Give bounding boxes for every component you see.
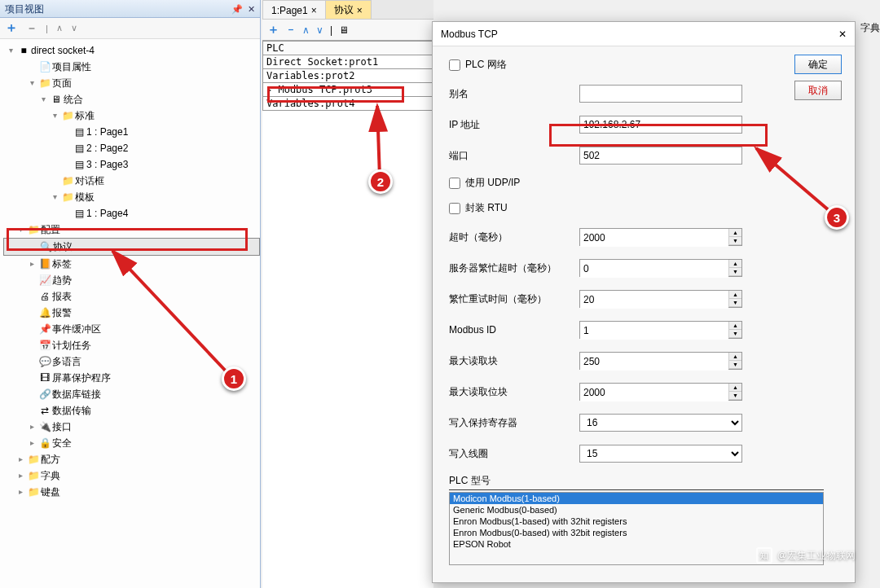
tree-item[interactable]: ▾📁配置 bbox=[3, 222, 260, 238]
tree-item[interactable]: ▸📙标签 bbox=[3, 256, 260, 272]
tree-icon: 🔒 bbox=[37, 435, 52, 451]
tree-label: 统合 bbox=[64, 91, 258, 108]
tree-label: 页面 bbox=[52, 75, 258, 91]
maxreadbit-input[interactable]: ▲▼ bbox=[579, 383, 742, 401]
udp-checkbox[interactable] bbox=[449, 178, 460, 189]
pin-icon[interactable]: 📌 bbox=[231, 0, 243, 18]
retry-input[interactable]: ▲▼ bbox=[579, 290, 742, 308]
down-plc-icon[interactable]: ∨ bbox=[316, 24, 323, 36]
timeout-input[interactable]: ▲▼ bbox=[579, 228, 742, 246]
close-tab-icon[interactable]: × bbox=[357, 5, 363, 16]
tree-item[interactable]: 📌事件缓冲区 bbox=[3, 321, 260, 337]
plcmodel-option[interactable]: Enron Modbus(0-based) with 32bit registe… bbox=[450, 527, 823, 538]
tree-item[interactable]: ▸📁字典 bbox=[3, 467, 260, 484]
tree-icon: ▤ bbox=[72, 124, 86, 140]
plc-row[interactable]: Variables:prot2 bbox=[263, 69, 433, 83]
expand-icon[interactable]: ▾ bbox=[49, 108, 60, 124]
expand-icon[interactable]: ▸ bbox=[15, 451, 26, 467]
plc-list[interactable]: Direct Socket:prot1Variables:prot2▸ Modb… bbox=[262, 55, 433, 111]
remove-plc-button[interactable]: － bbox=[286, 23, 296, 37]
config-plc-icon[interactable]: 🖥 bbox=[339, 24, 349, 36]
tree-item[interactable]: ⇄数据传输 bbox=[3, 402, 260, 419]
coil-select[interactable]: 15 bbox=[579, 445, 742, 463]
project-tree[interactable]: ▾■direct socket-4📄项目属性▾📁页面▾🖥统合▾📁标准▤1 : P… bbox=[0, 39, 260, 503]
panel-header: 项目视图 📌 ✕ bbox=[0, 0, 260, 18]
tree-item[interactable]: ▤3 : Page3 bbox=[3, 156, 260, 173]
port-input[interactable] bbox=[579, 147, 742, 165]
plcmodel-option[interactable]: Generic Modbus(0-based) bbox=[450, 504, 823, 516]
tree-item[interactable]: ▾🖥统合 bbox=[3, 91, 260, 108]
dialog-close-icon[interactable]: ✕ bbox=[838, 29, 847, 40]
tab-page1[interactable]: 1:Page1× bbox=[262, 0, 326, 19]
close-icon[interactable]: ✕ bbox=[248, 0, 255, 18]
up-plc-icon[interactable]: ∧ bbox=[302, 24, 310, 36]
up-icon[interactable]: ∧ bbox=[56, 23, 63, 33]
tree-item[interactable]: ▾📁模板 bbox=[3, 189, 260, 205]
tree-item[interactable]: ▾■direct socket-4 bbox=[3, 42, 260, 59]
tree-icon: 📁 bbox=[26, 222, 41, 238]
tree-item[interactable]: 💬多语言 bbox=[3, 353, 260, 370]
expand-icon[interactable]: ▸ bbox=[26, 256, 37, 272]
tree-item[interactable]: 🔍协议 bbox=[3, 238, 260, 256]
expand-icon[interactable]: ▾ bbox=[49, 189, 60, 205]
expand-icon[interactable]: ▾ bbox=[15, 222, 26, 238]
close-tab-icon[interactable]: × bbox=[311, 5, 317, 16]
dialog-title: Modbus TCP bbox=[441, 29, 498, 40]
expand-icon[interactable]: ▸ bbox=[26, 419, 37, 435]
tree-item[interactable]: 🔗数据库链接 bbox=[3, 386, 260, 402]
alias-input[interactable] bbox=[579, 85, 742, 103]
cancel-button[interactable]: 取消 bbox=[794, 81, 842, 100]
remove-button[interactable]: － bbox=[26, 21, 37, 36]
plcmodel-option[interactable]: Enron Modbus(1-based) with 32hit registe… bbox=[450, 516, 823, 527]
holdreg-select[interactable]: 16 bbox=[579, 414, 742, 432]
tree-label: 对话框 bbox=[75, 173, 258, 189]
watermark-text: @宏集工业物联网 bbox=[777, 549, 856, 563]
add-plc-button[interactable]: ＋ bbox=[267, 22, 279, 37]
tree-label: direct socket-4 bbox=[31, 42, 258, 59]
plc-row[interactable]: Variables:prot4 bbox=[263, 97, 433, 111]
expand-icon[interactable]: ▸ bbox=[26, 435, 37, 451]
timeout-label: 超时（毫秒） bbox=[449, 230, 579, 244]
add-button[interactable]: ＋ bbox=[5, 20, 18, 37]
expand-icon[interactable]: ▾ bbox=[37, 91, 49, 108]
tree-item[interactable]: ▸🔌接口 bbox=[3, 419, 260, 435]
plc-network-label: PLC 网络 bbox=[465, 58, 507, 72]
watermark: 知 @宏集工业物联网 bbox=[756, 547, 856, 564]
tree-item[interactable]: 🔔报警 bbox=[3, 305, 260, 321]
tree-label: 1 : Page4 bbox=[86, 205, 258, 222]
tree-icon: 🔍 bbox=[38, 239, 53, 255]
tree-icon: 📁 bbox=[26, 451, 41, 467]
ok-button[interactable]: 确定 bbox=[794, 55, 842, 74]
plc-row[interactable]: ▸ Modbus TCP:prot3 bbox=[263, 83, 433, 97]
tree-label: 报表 bbox=[52, 288, 258, 305]
tree-item[interactable]: ▾📁标准 bbox=[3, 108, 260, 124]
tree-item[interactable]: 📅计划任务 bbox=[3, 337, 260, 353]
expand-icon[interactable]: ▸ bbox=[15, 484, 26, 500]
tree-item[interactable]: ▾📁页面 bbox=[3, 75, 260, 91]
expand-icon[interactable]: ▸ bbox=[15, 467, 26, 484]
tree-item[interactable]: 🖨报表 bbox=[3, 288, 260, 305]
maxread-input[interactable]: ▲▼ bbox=[579, 352, 742, 370]
tree-item[interactable]: ▸📁配方 bbox=[3, 451, 260, 467]
tree-item[interactable]: ▸🔒安全 bbox=[3, 435, 260, 451]
down-icon[interactable]: ∨ bbox=[71, 23, 77, 33]
tree-item[interactable]: ▸📁键盘 bbox=[3, 484, 260, 500]
tree-item[interactable]: 📁对话框 bbox=[3, 173, 260, 189]
tree-item[interactable]: 📄项目属性 bbox=[3, 59, 260, 75]
ip-input[interactable] bbox=[579, 116, 742, 134]
tree-item[interactable]: ▤1 : Page4 bbox=[3, 205, 260, 222]
project-tree-panel: 项目视图 📌 ✕ ＋ － | ∧ ∨ ▾■direct socket-4📄项目属… bbox=[0, 0, 261, 588]
tab-protocol[interactable]: 协议× bbox=[325, 0, 372, 19]
tree-icon: 📁 bbox=[60, 173, 75, 189]
plc-network-checkbox[interactable] bbox=[449, 59, 460, 71]
expand-icon[interactable]: ▾ bbox=[26, 75, 37, 91]
busy-input[interactable]: ▲▼ bbox=[579, 259, 742, 277]
tree-item[interactable]: 📈趋势 bbox=[3, 272, 260, 288]
plcmodel-option[interactable]: Modicon Modbus(1-based) bbox=[450, 493, 823, 504]
tree-item[interactable]: ▤1 : Page1 bbox=[3, 124, 260, 140]
tree-item[interactable]: ▤2 : Page2 bbox=[3, 140, 260, 156]
modbusid-input[interactable]: ▲▼ bbox=[579, 321, 742, 339]
rtu-checkbox[interactable] bbox=[449, 203, 460, 214]
expand-icon[interactable]: ▾ bbox=[5, 42, 16, 59]
plc-row[interactable]: Direct Socket:prot1 bbox=[263, 55, 433, 69]
